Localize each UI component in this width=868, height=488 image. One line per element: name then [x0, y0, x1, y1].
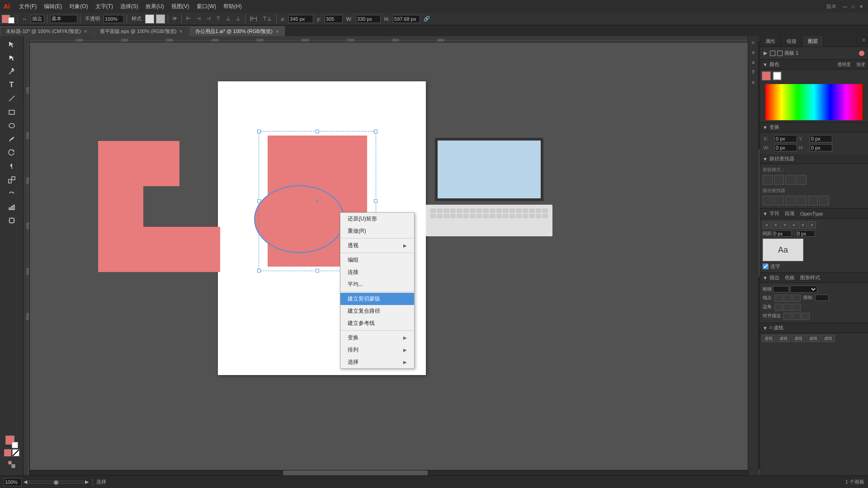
align-justify-last-btn[interactable]: ≡	[808, 221, 816, 229]
menu-effect[interactable]: 效果(U)	[142, 2, 168, 11]
dash-btn-1[interactable]: 虚线	[762, 335, 775, 342]
move-tool-btn[interactable]: ↔	[20, 14, 29, 24]
dash-btn-3[interactable]: 虚线	[792, 335, 805, 342]
align-center-h-btn[interactable]: ⊣	[194, 14, 203, 24]
w-coord-input[interactable]	[356, 15, 381, 23]
sel-handle-mr[interactable]	[374, 199, 377, 203]
pf-btn-5[interactable]	[808, 196, 818, 206]
tab-1-close[interactable]: ✕	[179, 29, 183, 34]
panel-toggle-1[interactable]: ≡	[749, 38, 758, 47]
panel-tab-layers[interactable]: 图层	[802, 36, 824, 47]
type-tool-btn[interactable]: T	[5, 79, 18, 91]
distribute-v-btn[interactable]: ⊤⊥	[261, 14, 274, 24]
sel-handle-tr[interactable]	[374, 130, 377, 133]
layer-visibility-icon[interactable]	[770, 51, 775, 56]
rect-tool-btn[interactable]	[5, 106, 18, 118]
ctx-undo[interactable]: 还原(U)矩形	[340, 213, 414, 225]
align-left-btn[interactable]: ⊢	[184, 14, 193, 24]
align-top-btn[interactable]: ⊤	[214, 14, 222, 24]
join-miter-btn[interactable]	[774, 304, 783, 311]
symbol-tool-btn[interactable]	[5, 457, 19, 472]
minimize-button[interactable]: —	[842, 3, 848, 9]
menu-select[interactable]: 选择(S)	[117, 2, 142, 11]
layer-lock-icon[interactable]	[777, 51, 783, 56]
cap-square-btn[interactable]	[793, 295, 801, 302]
style-box[interactable]	[145, 14, 154, 23]
color-selector[interactable]	[5, 436, 18, 448]
h-prop-input[interactable]	[810, 144, 832, 151]
ctx-transform[interactable]: 变换 ▶	[340, 332, 414, 344]
graph-tool-btn[interactable]	[5, 201, 18, 213]
stroke-weight-input[interactable]	[773, 286, 789, 292]
cap-butt-btn[interactable]	[774, 295, 783, 302]
align-right-btn[interactable]: ⊣	[204, 14, 212, 24]
zoom-slider-thumb[interactable]	[54, 480, 58, 485]
color-spectrum[interactable]	[765, 84, 863, 120]
panel-toggle-5[interactable]: ≡	[749, 78, 758, 87]
menu-help[interactable]: 帮助(H)	[220, 2, 245, 11]
pf-btn-3[interactable]	[785, 196, 795, 206]
y-coord-input[interactable]	[325, 15, 343, 23]
menu-window[interactable]: 窗口(W)	[193, 2, 220, 11]
sel-handle-tm[interactable]	[316, 130, 319, 133]
h-coord-input[interactable]	[393, 15, 420, 23]
tab-0[interactable]: 未标题-10* @ 100% (CMYK/预览) ✕	[0, 26, 93, 36]
pf-btn-1[interactable]	[763, 196, 773, 206]
menu-view[interactable]: 视图(V)	[168, 2, 193, 11]
stroke-type-select[interactable]	[790, 286, 817, 293]
h-scrollbar-thumb[interactable]	[283, 470, 428, 475]
fill-swatch[interactable]	[762, 71, 771, 80]
selection-tool-btn[interactable]	[5, 38, 18, 51]
zoom-arrow-right[interactable]: ▶	[85, 479, 89, 485]
tab-2[interactable]: 办公用品1.ai* @ 100% (RGB/预览) ✕	[189, 26, 285, 36]
layer-item-1[interactable]: ▶ 画板 1	[762, 49, 866, 57]
close-button[interactable]: ✕	[858, 3, 864, 9]
align-stroke-center-btn[interactable]	[783, 313, 792, 320]
zoom-arrow-left[interactable]: ◀	[24, 479, 27, 485]
direct-selection-tool-btn[interactable]	[5, 52, 18, 64]
ctx-join[interactable]: 连接	[340, 266, 414, 278]
unite-btn[interactable]	[763, 175, 773, 185]
scale-tool-btn[interactable]	[5, 174, 18, 186]
tab-0-close[interactable]: ✕	[84, 29, 87, 34]
panel-tab-links[interactable]: 链接	[781, 36, 802, 47]
distribute-h-btn[interactable]: |⊢|	[248, 14, 259, 24]
pf-btn-2[interactable]	[774, 196, 784, 206]
ctx-guide[interactable]: 建立参考线	[340, 317, 414, 329]
color-section-header[interactable]: ▼ 颜色 透明度 渐变	[760, 60, 868, 70]
align-stroke-inside-btn[interactable]	[793, 313, 801, 320]
menu-file[interactable]: 文件(F)	[15, 2, 40, 11]
font-section-header[interactable]: ▼ 字符 段落 OpenType	[760, 209, 868, 219]
align-justify-all-btn[interactable]: ≡	[799, 221, 807, 229]
pathfinder-section-header[interactable]: ▼ 路径查找器	[760, 154, 868, 164]
brush-tool-btn[interactable]	[5, 133, 18, 145]
join-round-btn[interactable]	[783, 304, 792, 311]
none-indicator[interactable]	[12, 449, 19, 456]
align-center-v-btn[interactable]: ⊥	[224, 14, 232, 24]
align-right-text-btn[interactable]: ≡	[781, 221, 789, 229]
panel-toggle-3[interactable]: ≡	[749, 58, 758, 67]
reflect-tool-btn[interactable]	[5, 160, 18, 173]
cap-round-btn[interactable]	[783, 295, 792, 302]
ctx-arrange[interactable]: 排列 ▶	[340, 344, 414, 356]
x-input[interactable]	[31, 15, 44, 23]
stroke-swatch[interactable]	[773, 71, 782, 80]
dash-btn-2[interactable]: 虚线	[777, 335, 790, 342]
restore-button[interactable]: □	[850, 3, 856, 9]
miter-limit-input[interactable]	[815, 295, 829, 301]
ellipse-tool-btn[interactable]	[5, 119, 18, 132]
w-prop-input[interactable]	[774, 144, 797, 151]
refresh-btn[interactable]: ⟳	[171, 14, 179, 24]
line-tool-btn[interactable]	[5, 92, 18, 105]
zoom-slider[interactable]	[29, 481, 83, 483]
layer-expand-icon[interactable]: ▶	[764, 50, 767, 56]
sel-handle-ml[interactable]	[257, 199, 261, 203]
align-stroke-outside-btn[interactable]	[802, 313, 810, 320]
appearance-section-header[interactable]: ▼ 描边 色板 图形样式	[760, 273, 868, 283]
panel-toggle-4[interactable]: T	[749, 68, 758, 77]
align-left-text-btn[interactable]: ≡	[763, 221, 771, 229]
ctx-perspective[interactable]: 透视 ▶	[340, 239, 414, 252]
ctx-clipping-mask[interactable]: 建立剪切蒙版	[340, 293, 414, 305]
link-proportions-btn[interactable]: 🔗	[422, 14, 432, 24]
tab-2-close[interactable]: ✕	[275, 29, 279, 34]
